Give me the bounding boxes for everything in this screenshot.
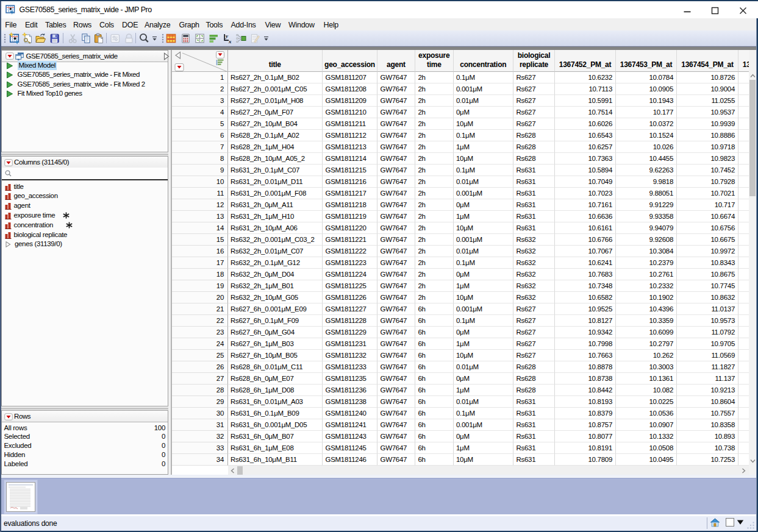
svg-text:x: x: [228, 38, 232, 44]
